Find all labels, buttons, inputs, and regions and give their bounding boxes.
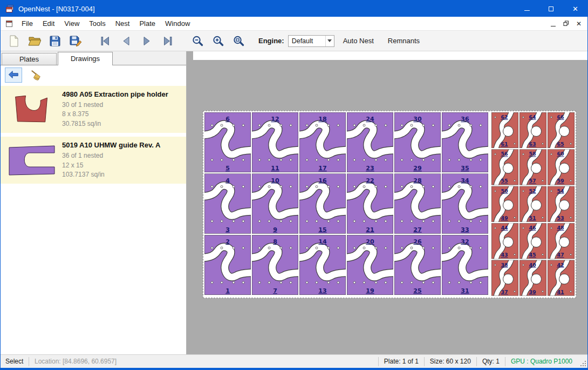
part-number: 36 (461, 116, 469, 123)
resize-grip[interactable] (579, 359, 587, 368)
maximize-icon (549, 6, 553, 11)
menu-window[interactable]: Window (160, 17, 195, 30)
nested-pair-purple[interactable]: 21 (203, 235, 253, 295)
nested-pair-purple[interactable]: 109 (250, 174, 300, 234)
nested-pair-purple[interactable]: 43 (203, 174, 253, 234)
minimize-button[interactable] (515, 1, 539, 17)
nested-pair-red[interactable]: 4645 (519, 221, 546, 261)
menu-view[interactable]: View (59, 17, 84, 30)
drawing-list-item[interactable]: 5019 A10 UHMW guide Rev. A 36 of 1 neste… (1, 137, 186, 184)
part-number: 17 (318, 165, 326, 172)
part-number: 33 (461, 226, 469, 233)
status-mode: Select (1, 358, 29, 365)
maximize-button[interactable] (539, 1, 563, 17)
nested-pair-red[interactable]: 6463 (519, 111, 546, 150)
nested-pair-red[interactable]: 4443 (491, 221, 518, 261)
menu-tools[interactable]: Tools (84, 17, 110, 30)
nested-pair-purple[interactable]: 3231 (440, 235, 490, 295)
nested-pair-red[interactable]: 6059 (548, 147, 575, 187)
drawings-panel: 4980 A05 Extraction pipe holder 30 of 1 … (1, 65, 186, 354)
send-to-nest-button[interactable] (5, 68, 22, 83)
part-number: 21 (366, 226, 374, 233)
part-number: 15 (318, 226, 326, 233)
menu-edit[interactable]: Edit (38, 17, 59, 30)
engine-select[interactable]: Default (288, 35, 334, 47)
part-number: 26 (413, 238, 422, 245)
close-button[interactable]: ✕ (563, 1, 587, 17)
new-button[interactable] (4, 32, 24, 50)
save-as-button[interactable] (65, 32, 86, 50)
auto-nest-button[interactable]: Auto Nest (338, 35, 379, 47)
part-number: 28 (413, 177, 421, 184)
app-window: OpenNest - [N0317-004] ✕ File Edit View … (0, 0, 588, 370)
nested-pair-purple[interactable]: 1211 (250, 112, 300, 172)
document-icon[interactable] (5, 19, 13, 28)
tab-plates[interactable]: Plates (2, 53, 57, 65)
nested-pair-red[interactable]: 5049 (491, 184, 518, 224)
save-button[interactable] (45, 32, 65, 50)
nested-pair-purple[interactable]: 3635 (440, 112, 490, 172)
nav-first-button[interactable] (95, 32, 116, 50)
nest-canvas[interactable]: 6512111817242330293635431091615222128273… (187, 51, 587, 354)
nested-pair-purple[interactable]: 1413 (297, 235, 348, 295)
zoom-in-button[interactable] (208, 32, 228, 50)
mdi-close-button[interactable]: ✕ (575, 19, 583, 28)
nested-pair-purple[interactable]: 1615 (297, 174, 348, 234)
nested-pair-red[interactable]: 6261 (491, 111, 518, 150)
nav-next-button[interactable] (136, 32, 157, 50)
menu-nest[interactable]: Nest (111, 17, 135, 30)
nested-pair-red[interactable]: 5251 (519, 184, 546, 224)
nested-pair-purple[interactable]: 1817 (297, 112, 348, 172)
menu-file[interactable]: File (17, 17, 38, 30)
part-number: 43 (501, 252, 508, 258)
mdi-minimize-button[interactable] (549, 19, 557, 28)
drawings-toolbar (1, 65, 186, 85)
part-number: 59 (557, 178, 564, 184)
nested-pair-purple[interactable]: 2827 (392, 174, 443, 234)
nested-pair-red[interactable]: 5857 (519, 147, 546, 187)
tab-drawings[interactable]: Drawings (58, 52, 113, 65)
nav-last-button[interactable] (157, 32, 177, 50)
drawing-list-item[interactable]: 4980 A05 Extraction pipe holder 30 of 1 … (1, 86, 186, 133)
main-toolbar: Engine: Default Auto Nest Remnants (1, 31, 587, 51)
app-icon[interactable] (5, 4, 14, 13)
zoom-out-button[interactable] (187, 32, 208, 50)
nested-pair-red[interactable]: 4241 (548, 258, 575, 298)
open-button[interactable] (24, 32, 45, 50)
nested-pair-purple[interactable]: 2019 (345, 235, 395, 295)
blue-arrow-icon (8, 69, 19, 81)
part-number: 65 (557, 141, 564, 147)
remnants-button[interactable]: Remnants (382, 35, 425, 47)
nested-pair-red[interactable]: 5453 (548, 184, 575, 224)
close-icon: ✕ (572, 5, 578, 13)
nested-pair-purple[interactable]: 2625 (392, 235, 443, 295)
nested-pair-red[interactable]: 6665 (548, 111, 575, 150)
menu-plate[interactable]: Plate (134, 17, 160, 30)
part-number: 20 (366, 238, 374, 245)
nested-pair-purple[interactable]: 87 (250, 235, 300, 295)
plate[interactable]: 6512111817242330293635431091615222128273… (203, 111, 576, 298)
nested-pair-purple[interactable]: 3029 (392, 112, 443, 172)
clear-button[interactable] (28, 68, 45, 83)
part-number: 60 (557, 151, 564, 157)
part-number: 35 (461, 165, 469, 172)
nested-pair-purple[interactable]: 3433 (440, 174, 490, 234)
zoom-fit-button[interactable] (228, 32, 249, 50)
nested-pair-purple[interactable]: 65 (203, 112, 253, 172)
nested-pair-red[interactable]: 4847 (548, 221, 575, 261)
nested-pair-red[interactable]: 3837 (491, 258, 518, 298)
nested-pair-purple[interactable]: 2221 (345, 174, 395, 234)
drawing-title: 4980 A05 Extraction pipe holder (62, 90, 183, 98)
mdi-restore-button[interactable] (562, 19, 570, 28)
drawing-area: 103.7137 sq/in (62, 170, 183, 179)
engine-dropdown-arrow[interactable] (325, 36, 334, 46)
part-number: 39 (529, 289, 536, 295)
part-number: 29 (413, 165, 421, 172)
nested-pair-red[interactable]: 4039 (519, 258, 546, 298)
part-number: 51 (529, 215, 536, 221)
part-number: 10 (271, 177, 279, 184)
part-number: 24 (366, 116, 374, 123)
nested-pair-purple[interactable]: 2423 (345, 112, 395, 172)
nested-pair-red[interactable]: 5655 (491, 147, 518, 187)
nav-prev-button[interactable] (116, 32, 136, 50)
